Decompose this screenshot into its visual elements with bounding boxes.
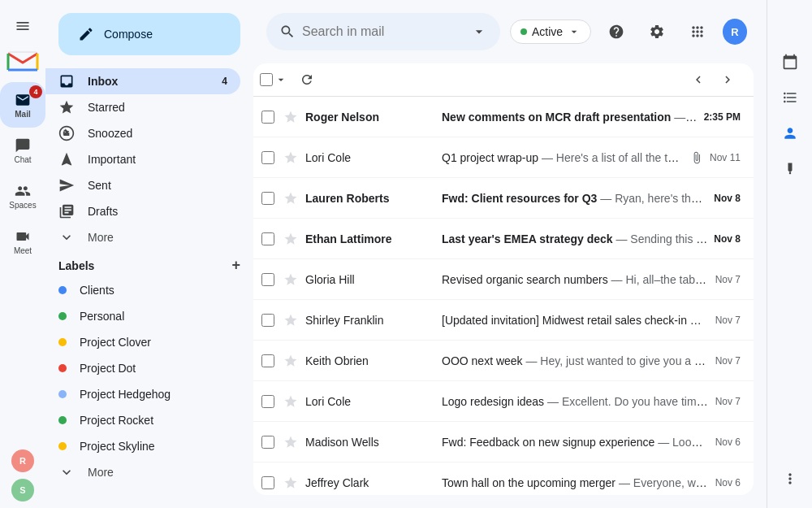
star-icon[interactable] (283, 353, 299, 369)
keep-button[interactable] (774, 153, 806, 185)
email-subject-preview: Logo redesign ideas — Excellent. Do you … (442, 395, 709, 408)
project-hedgehog-dot (58, 390, 67, 398)
email-checkbox[interactable] (260, 150, 276, 166)
email-toolbar (253, 63, 754, 97)
email-subject: New comments on MCR draft presentation (442, 111, 671, 124)
label-project-hedgehog[interactable]: Project Hedgehog (45, 381, 240, 407)
labels-more-button[interactable]: More (45, 459, 240, 485)
email-row[interactable]: Lori Cole Logo redesign ideas — Excellen… (253, 381, 754, 422)
sidebar-item-spaces[interactable]: Spaces (0, 173, 45, 219)
email-preview: — Here's a list of all the top challenge… (542, 151, 684, 164)
email-panel: Roger Nelson New comments on MCR draft p… (253, 63, 754, 495)
email-row[interactable]: Jeffrey Clark Town hall on the upcoming … (253, 462, 754, 495)
email-preview: — Hey, just wanted to give you a heads u… (525, 354, 708, 367)
email-subject: OOO next week (442, 354, 523, 367)
star-icon[interactable] (283, 231, 299, 247)
label-clients[interactable]: Clients (45, 277, 240, 303)
avatar-2[interactable]: S (11, 479, 34, 501)
label-project-skyline[interactable]: Project Skyline (45, 433, 240, 459)
email-checkbox[interactable] (260, 434, 276, 450)
sidebar-item-chat[interactable]: Chat (0, 128, 45, 173)
email-row[interactable]: Gloria Hill Revised organic search numbe… (253, 259, 754, 300)
email-subject: Last year's EMEA strategy deck (442, 232, 613, 245)
email-subject: Revised organic search numbers (442, 273, 608, 286)
help-button[interactable] (601, 15, 632, 48)
star-icon[interactable] (283, 150, 299, 166)
add-label-button[interactable]: + (231, 257, 240, 274)
star-icon[interactable] (283, 393, 299, 410)
prev-page-button[interactable] (685, 67, 711, 93)
label-project-clover[interactable]: Project Clover (45, 329, 240, 355)
email-sender: Gloria Hill (305, 273, 435, 286)
search-dropdown-icon[interactable] (471, 24, 487, 40)
sidebar-item-meet[interactable]: Meet (0, 219, 45, 264)
email-checkbox[interactable] (260, 475, 276, 491)
email-preview: — Midwest retail sales che… (690, 314, 709, 327)
email-checkbox[interactable] (260, 312, 276, 328)
star-icon[interactable] (283, 475, 299, 491)
nav-item-starred[interactable]: Starred (45, 94, 240, 120)
email-row[interactable]: Ethan Lattimore Last year's EMEA strateg… (253, 219, 754, 259)
email-timestamp: Nov 7 (715, 355, 741, 367)
avatar-1[interactable]: R (11, 449, 34, 472)
email-checkbox[interactable] (260, 271, 276, 288)
tasks-button[interactable] (774, 81, 806, 114)
nav-item-drafts[interactable]: Drafts (45, 198, 240, 224)
nav-item-more[interactable]: More (45, 224, 240, 250)
star-icon[interactable] (283, 312, 299, 328)
email-checkbox[interactable] (260, 190, 276, 206)
star-icon[interactable] (283, 109, 299, 125)
label-personal[interactable]: Personal (45, 303, 240, 329)
email-row[interactable]: Keith Obrien OOO next week — Hey, just w… (253, 341, 754, 381)
project-rocket-dot (58, 416, 67, 424)
next-page-button[interactable] (715, 67, 741, 93)
email-checkbox[interactable] (260, 109, 276, 125)
star-icon[interactable] (283, 434, 299, 450)
user-avatar[interactable]: R (723, 19, 747, 45)
project-skyline-dot (58, 442, 67, 450)
labels-section-title: Labels + (45, 250, 253, 277)
email-checkbox[interactable] (260, 231, 276, 247)
email-checkbox[interactable] (260, 353, 276, 369)
select-dropdown-icon[interactable] (274, 73, 287, 86)
apps-button[interactable] (682, 15, 713, 48)
settings-button[interactable] (641, 15, 672, 48)
search-bar[interactable] (266, 13, 500, 50)
nav-item-snoozed[interactable]: Snoozed (45, 120, 240, 146)
compose-button[interactable]: Compose (58, 13, 240, 55)
menu-button[interactable] (3, 7, 42, 46)
email-preview: — Excellent. Do you have time to meet wi… (547, 395, 709, 408)
email-sender: Ethan Lattimore (305, 232, 435, 245)
email-row[interactable]: Lori Cole Q1 project wrap-up — Here's a … (253, 137, 754, 178)
mail-label: Mail (15, 110, 30, 119)
search-input[interactable] (302, 24, 464, 39)
left-nav: Compose Inbox 4 Starred Snoozed (45, 0, 253, 508)
email-row[interactable]: Lauren Roberts Fwd: Client resources for… (253, 178, 754, 219)
nav-item-important[interactable]: Important (45, 146, 240, 172)
email-preview: — Sending this out to anyone who missed… (615, 232, 707, 245)
email-subject: [Updated invitation] Midwest retail sale… (442, 314, 687, 327)
refresh-button[interactable] (294, 67, 320, 93)
email-sender: Lori Cole (305, 395, 435, 408)
nav-item-inbox[interactable]: Inbox 4 (45, 68, 240, 94)
nav-item-sent[interactable]: Sent (45, 172, 240, 198)
email-timestamp: Nov 7 (715, 274, 741, 285)
email-meta: Nov 6 (715, 477, 741, 488)
contacts-button[interactable] (774, 117, 806, 150)
star-icon[interactable] (283, 271, 299, 288)
more-apps-button[interactable] (774, 462, 806, 495)
label-project-rocket[interactable]: Project Rocket (45, 407, 240, 433)
calendar-button[interactable] (774, 46, 806, 78)
email-preview: — Everyone, we'll be hosting our second … (619, 476, 709, 489)
label-project-dot[interactable]: Project Dot (45, 355, 240, 381)
email-row[interactable]: Roger Nelson New comments on MCR draft p… (253, 97, 754, 137)
email-subject-preview: New comments on MCR draft presentation —… (442, 111, 698, 124)
select-all-checkbox[interactable] (260, 73, 273, 86)
bottom-avatars: R S (11, 443, 34, 508)
email-row[interactable]: Madison Wells Fwd: Feedback on new signu… (253, 422, 754, 462)
star-icon[interactable] (283, 190, 299, 206)
sidebar-item-mail[interactable]: 4 Mail (0, 82, 45, 128)
active-status-button[interactable]: Active (510, 20, 591, 44)
email-checkbox[interactable] (260, 393, 276, 410)
email-row[interactable]: Shirley Franklin [Updated invitation] Mi… (253, 300, 754, 341)
